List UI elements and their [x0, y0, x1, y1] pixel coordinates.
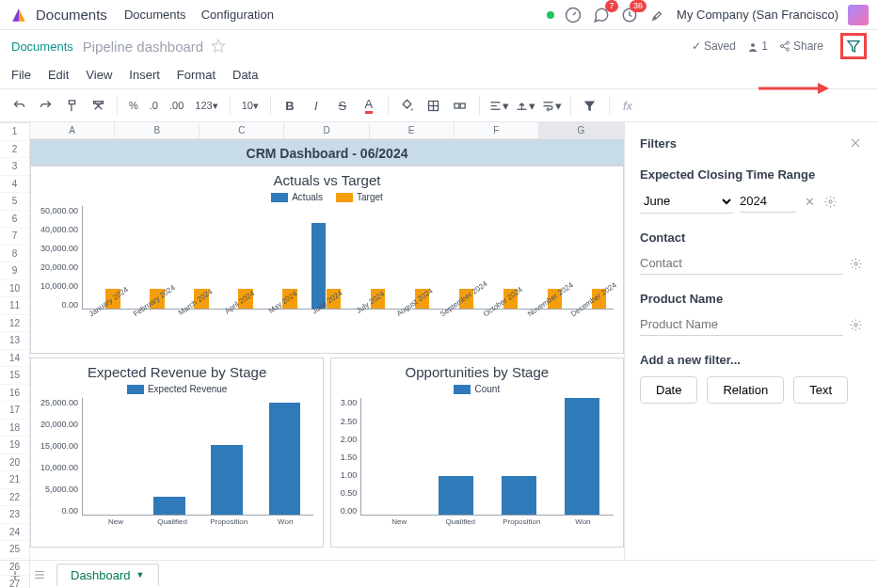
filter-time-label: Expected Closing Time Range	[640, 167, 863, 182]
nav-documents[interactable]: Documents	[124, 8, 186, 22]
filters-panel: Filters Expected Closing Time Range June…	[624, 122, 878, 560]
chart-title: Expected Revenue by Stage	[40, 364, 313, 380]
chart-expected-revenue[interactable]: Expected Revenue by Stage Expected Reven…	[30, 358, 324, 548]
filter-tool-icon[interactable]	[579, 94, 601, 117]
tools-icon[interactable]	[648, 6, 667, 24]
filter-product-label: Product Name	[640, 292, 863, 306]
menu-edit[interactable]: Edit	[48, 68, 69, 82]
chat-badge: 7	[605, 0, 618, 12]
svg-point-4	[751, 43, 755, 47]
share-button[interactable]: Share	[779, 40, 823, 53]
redo-icon[interactable]	[34, 94, 56, 117]
undo-icon[interactable]	[8, 94, 30, 117]
filter-contact-label: Contact	[640, 230, 863, 245]
gauge-icon[interactable]	[564, 6, 583, 24]
decrease-decimal[interactable]: .0	[146, 94, 162, 117]
italic-icon[interactable]: I	[305, 94, 327, 117]
crumb-documents[interactable]: Documents	[11, 40, 73, 54]
add-date-filter-button[interactable]: Date	[640, 376, 697, 404]
favorite-star-icon[interactable]	[211, 39, 226, 54]
all-sheets-icon[interactable]	[32, 567, 47, 582]
borders-icon[interactable]	[423, 94, 445, 117]
app-title: Documents	[36, 7, 107, 23]
chart-title: Opportunities by Stage	[341, 364, 614, 380]
svg-rect-14	[461, 103, 466, 108]
chart-opportunities[interactable]: Opportunities by Stage Count 3.002.502.0…	[330, 358, 624, 548]
svg-point-5	[786, 41, 789, 44]
menu-data[interactable]: Data	[232, 68, 258, 82]
user-count: 1	[747, 40, 768, 53]
number-format[interactable]: 123▾	[191, 94, 221, 117]
filter-contact-input[interactable]	[640, 252, 843, 275]
activity-badge: 36	[630, 0, 647, 12]
fill-color-icon[interactable]	[396, 94, 419, 117]
bold-icon[interactable]: B	[279, 94, 301, 117]
svg-point-6	[780, 45, 783, 48]
strike-icon[interactable]: S	[331, 94, 354, 117]
filter-year-input[interactable]	[740, 190, 796, 213]
wrap-text-icon[interactable]: ▾	[540, 94, 563, 117]
svg-point-23	[828, 199, 831, 202]
breadcrumb: Documents Pipeline dashboard ✓ Saved 1 S…	[0, 30, 878, 62]
gear-product-icon[interactable]	[849, 317, 863, 332]
align-h-icon[interactable]: ▾	[487, 94, 510, 117]
chart-actuals-vs-target[interactable]: Actuals vs Target Actuals Target 50,000.…	[30, 166, 624, 354]
sheetbar: ＋ Dashboard▼	[0, 560, 878, 588]
filters-title: Filters	[640, 136, 677, 151]
add-relation-filter-button[interactable]: Relation	[707, 376, 784, 404]
paint-format-icon[interactable]	[60, 94, 83, 117]
menubar: File Edit View Insert Format Data	[0, 62, 878, 88]
doc-title: Pipeline dashboard	[83, 39, 203, 55]
clear-time-icon[interactable]: ✕	[802, 194, 817, 209]
topbar: Documents Documents Configuration 7 36 M…	[0, 0, 878, 30]
menu-file[interactable]: File	[11, 68, 31, 82]
company-selector[interactable]: My Company (San Francisco)	[677, 8, 838, 22]
chart-legend: Actuals Target	[40, 192, 614, 202]
gear-time-icon[interactable]	[822, 194, 838, 209]
svg-point-7	[786, 48, 789, 51]
svg-marker-1	[12, 8, 19, 21]
text-color-icon[interactable]: A	[358, 94, 380, 117]
svg-point-24	[854, 262, 857, 264]
svg-rect-13	[455, 103, 459, 108]
formula-bar[interactable]: fx	[623, 99, 632, 113]
align-v-icon[interactable]: ▾	[514, 94, 536, 117]
merge-cells-icon[interactable]	[449, 94, 471, 117]
svg-point-25	[854, 323, 857, 326]
user-avatar[interactable]	[848, 5, 869, 25]
add-filter-label: Add a new filter...	[640, 353, 863, 367]
clear-format-icon[interactable]	[87, 94, 109, 117]
spreadsheet[interactable]: 1234567891011121314151617181920212223242…	[0, 122, 624, 560]
filter-month-select[interactable]: June	[640, 189, 734, 214]
toggle-filters-button[interactable]	[840, 33, 867, 59]
status-online-icon	[547, 11, 554, 19]
format-percent[interactable]: %	[125, 94, 142, 117]
close-filters-icon[interactable]	[848, 135, 863, 151]
dashboard-title: CRM Dashboard - 06/2024	[30, 139, 624, 166]
chat-icon[interactable]: 7	[592, 6, 611, 24]
font-size[interactable]: 10 ▾	[238, 94, 263, 117]
menu-format[interactable]: Format	[177, 68, 216, 82]
chart-title: Actuals vs Target	[40, 172, 614, 188]
app-logo-icon	[9, 6, 28, 24]
menu-view[interactable]: View	[86, 68, 112, 82]
saved-indicator: ✓ Saved	[692, 40, 736, 53]
toolbar: % .0 .00 123▾ 10 ▾ B I S A ▾ ▾ ▾ fx	[0, 88, 878, 122]
sheet-tab-dashboard[interactable]: Dashboard▼	[56, 564, 159, 586]
increase-decimal[interactable]: .00	[166, 94, 187, 117]
column-headers[interactable]: ABCDEFG	[30, 122, 624, 139]
filter-product-input[interactable]	[640, 313, 843, 336]
svg-marker-3	[213, 40, 225, 52]
add-text-filter-button[interactable]: Text	[793, 376, 848, 404]
nav-configuration[interactable]: Configuration	[201, 8, 274, 22]
activity-icon[interactable]: 36	[620, 6, 639, 24]
menu-insert[interactable]: Insert	[129, 68, 160, 82]
gear-contact-icon[interactable]	[849, 256, 863, 271]
row-headers[interactable]: 1234567891011121314151617181920212223242…	[0, 123, 30, 588]
